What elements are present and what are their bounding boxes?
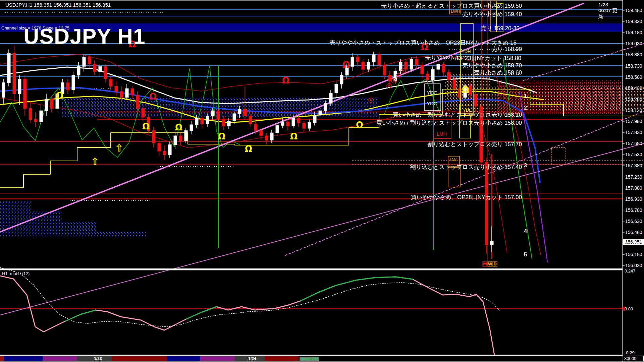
candle-body: [286, 122, 289, 126]
candle-body: [281, 122, 284, 125]
price-tick-label: 159.180: [625, 30, 642, 35]
macd-line: [0, 276, 495, 357]
update-timestamp: 1/23 06:07 更新: [598, 2, 621, 20]
candle-body: [179, 136, 182, 141]
candle-body: [99, 66, 102, 71]
timeline-segment[interactable]: [167, 356, 200, 361]
timeline-segment[interactable]: [265, 356, 299, 361]
signal-mark-Ω: Ω: [149, 92, 157, 102]
price-tick-label: 157.080: [625, 186, 642, 190]
candle-body: [158, 143, 161, 151]
timeline-segment[interactable]: [0, 356, 4, 361]
macd-tick-label: 0.247: [625, 269, 636, 273]
candle-body: [313, 115, 316, 122]
level-tag-M: M: [483, 7, 487, 12]
candle-body: [72, 75, 75, 90]
price-tick-label: 159.330: [625, 19, 642, 24]
price-tick-label: 156.330: [625, 241, 642, 246]
candle-body: [356, 57, 359, 62]
candle-body: [410, 59, 413, 69]
candle-body: [7, 53, 10, 83]
signal-mark-Ω: Ω: [245, 144, 252, 154]
candle-body: [125, 88, 128, 97]
price-tick-label: 157.380: [625, 163, 642, 168]
candle-body: [88, 57, 91, 64]
candle-body: [131, 88, 134, 95]
violet-dashed: [285, 111, 644, 255]
price-tick-label: 157.530: [625, 152, 642, 157]
candle-body: [453, 80, 456, 88]
panel-separator[interactable]: [0, 268, 623, 270]
candle-body: [18, 79, 21, 94]
candle-body: [136, 95, 139, 109]
candle-body: [206, 116, 209, 124]
candle-body: [29, 109, 32, 120]
price-tick-label: 156.630: [625, 219, 642, 224]
channel-info-label: Channel size = 1978 Slope = 13.75: [1, 25, 69, 31]
signal-mark-D: D: [493, 262, 497, 266]
timeline-segment[interactable]: [4, 356, 43, 361]
signal-mark-Ω: Ω: [218, 131, 225, 141]
candle-body: [34, 120, 37, 122]
timeline-segment[interactable]: [200, 356, 235, 361]
timeline-date-label[interactable]: 1/24: [248, 357, 256, 361]
candle-body: [324, 103, 327, 111]
price-tick-label: 156.930: [625, 197, 642, 201]
macd-tick-label: 0.00: [625, 307, 633, 311]
macd-tick-label: -0.29: [625, 351, 635, 355]
candle-body: [276, 125, 279, 133]
candle-body: [168, 144, 171, 155]
signal-mark-M: M: [483, 262, 487, 266]
timeline-segment[interactable]: [299, 356, 623, 361]
price-tick-label: 156.480: [625, 230, 642, 235]
candle-body: [426, 74, 429, 80]
candle-body: [222, 119, 225, 126]
range-box: [552, 147, 565, 165]
candle-body: [13, 53, 16, 94]
macd-panel-bottom: [0, 355, 623, 356]
trade-note-annotation: 売り 158.90: [491, 46, 522, 52]
fan-line-number-2: 2: [524, 105, 527, 111]
candle-body: [77, 66, 80, 75]
trade-note-annotation: 売りやや小さ: [425, 55, 460, 61]
candle-body: [405, 62, 408, 69]
price-tick-label: 159.480: [625, 8, 642, 13]
trade-note-annotation: 売りやや小さめ・ストップロス買い小さめ、OP23日NYカット大きめ 15: [330, 40, 517, 46]
candle-body: [421, 65, 424, 74]
candle-body: [109, 79, 112, 86]
macd-toggle-button[interactable]: macd ON: [300, 357, 319, 361]
entry-dot: [388, 85, 390, 87]
candle-body: [372, 55, 375, 62]
candle-body: [469, 85, 472, 94]
price-tick-label: 158.430: [625, 86, 642, 90]
signal-mark-Ω: Ω: [342, 60, 350, 70]
level-tag-LMH: LMH: [437, 132, 447, 136]
trade-note-annotation: 割り込むとストップロス売り小さめ 157.40: [410, 164, 522, 170]
candle-body: [399, 62, 402, 71]
timeline-segment[interactable]: [112, 356, 167, 361]
fan-line-number-4: 4: [524, 229, 527, 234]
candle-body: [152, 131, 155, 143]
trade-note-annotation: 売りやや小さめ 158.70: [462, 63, 522, 68]
candle-body: [383, 65, 386, 75]
signal-mark-Ω: Ω: [290, 131, 298, 141]
candle-body: [142, 109, 145, 117]
chart-canvas[interactable]: ΩΩΩΩΩΩΩΩΩΩΩΩΩ⇧⇧MWD: [0, 0, 644, 362]
signal-mark-W: W: [488, 262, 492, 266]
candle-body: [270, 133, 273, 140]
entry-dot: [370, 100, 372, 101]
signal-mark-Ω: Ω: [142, 121, 150, 131]
green-zigzag-right: [384, 79, 441, 115]
timeline-date-label[interactable]: 1/23: [94, 357, 102, 361]
fan-line-number-1: 1: [524, 94, 527, 99]
trade-note-annotation: 買い小さめ / 割り込むとストップロス売り小さめ 158.00: [376, 120, 522, 126]
price-tick-label: 156.030: [625, 263, 642, 268]
level-tag-LWH: LWH: [451, 9, 460, 13]
candle-body: [447, 72, 450, 80]
candle-body: [2, 83, 5, 98]
candle-body: [163, 151, 166, 155]
candle-body: [367, 62, 370, 69]
level-tag-LWL: LWL: [450, 158, 459, 162]
timeline-segment[interactable]: [43, 356, 77, 361]
price-tick-label: 156.180: [625, 252, 642, 257]
